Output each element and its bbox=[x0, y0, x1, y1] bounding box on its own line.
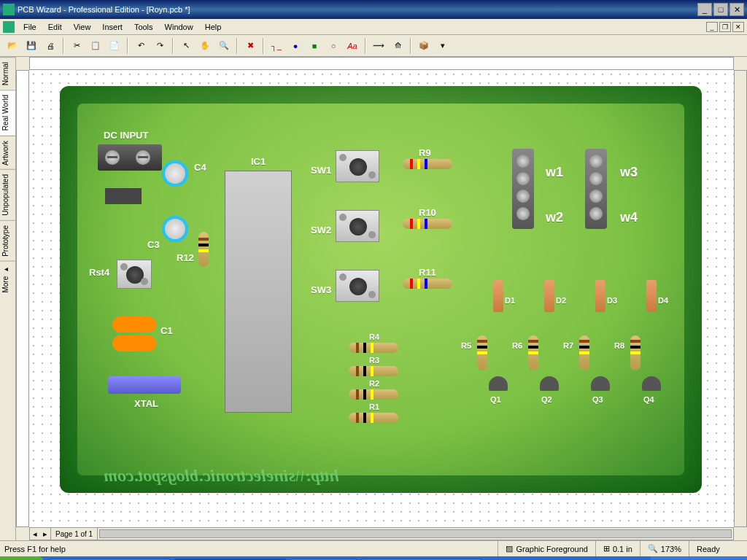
paste-button[interactable]: 📄 bbox=[107, 38, 123, 54]
diode-d2[interactable] bbox=[544, 280, 554, 312]
diode-d3[interactable] bbox=[595, 280, 605, 312]
dc-input-terminal[interactable] bbox=[98, 144, 162, 171]
resistor-r9[interactable] bbox=[403, 159, 452, 169]
close-button[interactable]: ✕ bbox=[729, 3, 744, 16]
label-d3: D3 bbox=[607, 296, 617, 305]
delete-button[interactable]: ✖ bbox=[242, 38, 258, 54]
maximize-button[interactable]: □ bbox=[713, 3, 728, 16]
menu-file[interactable]: File bbox=[18, 20, 42, 34]
terminal-block-2[interactable] bbox=[585, 149, 607, 229]
diode-d4[interactable] bbox=[646, 280, 657, 312]
capacitor-c4[interactable] bbox=[162, 160, 188, 187]
zoom-tool[interactable]: 🔍 bbox=[216, 38, 232, 54]
menu-help[interactable]: Help bbox=[199, 20, 228, 34]
tab-normal[interactable]: Normal bbox=[0, 57, 15, 90]
menu-insert[interactable]: Insert bbox=[96, 20, 128, 34]
resistor-r1[interactable] bbox=[349, 413, 398, 423]
label-r7[interactable]: R7 bbox=[563, 341, 573, 350]
minimize-button[interactable]: _ bbox=[697, 3, 712, 16]
tab-more[interactable]: More ▸ bbox=[0, 261, 15, 298]
status-bar: Press F1 for help ▨Graphic Foreground ⊞0… bbox=[0, 540, 747, 556]
label-q4: Q4 bbox=[643, 395, 654, 404]
switch-sw3[interactable] bbox=[336, 270, 379, 302]
transistor-q2[interactable] bbox=[540, 376, 559, 391]
resistor-r8[interactable] bbox=[630, 335, 640, 370]
capacitor-c3[interactable] bbox=[162, 216, 188, 242]
crystal[interactable] bbox=[108, 376, 181, 394]
switch-sw2[interactable] bbox=[336, 210, 379, 242]
label-r11: R11 bbox=[419, 267, 436, 278]
menu-window[interactable]: Window bbox=[159, 20, 199, 34]
menu-tools[interactable]: Tools bbox=[128, 20, 159, 34]
cap-c1a[interactable] bbox=[112, 316, 156, 332]
tab-unpopulated[interactable]: Unpopulated bbox=[0, 169, 15, 220]
status-grid[interactable]: ⊞0.1 in bbox=[595, 541, 640, 556]
ic1-chip[interactable] bbox=[225, 171, 292, 413]
status-ready: Ready bbox=[689, 541, 747, 556]
menu-view[interactable]: View bbox=[68, 20, 97, 34]
label-ic1: IC1 bbox=[251, 156, 266, 167]
ellipse-tool[interactable]: ○ bbox=[325, 38, 341, 54]
track-tool[interactable]: ┐_ bbox=[268, 38, 285, 54]
menu-edit[interactable]: Edit bbox=[42, 20, 68, 34]
resistor-r2[interactable] bbox=[349, 389, 398, 400]
start-button[interactable]: ⊞ Start bbox=[0, 556, 44, 560]
cut-button[interactable]: ✂ bbox=[69, 38, 85, 54]
workspace: Normal Real World Artwork Unpopulated Pr… bbox=[0, 57, 747, 540]
canvas[interactable]: DC INPUT C4 C3 R12 Rst4 bbox=[29, 70, 734, 527]
save-button[interactable]: 💾 bbox=[23, 38, 39, 54]
diode-d1[interactable] bbox=[493, 280, 503, 312]
redo-button[interactable]: ↷ bbox=[152, 38, 168, 54]
label-r6: R6 bbox=[512, 341, 522, 350]
switch-sw1[interactable] bbox=[336, 150, 379, 182]
copy-button[interactable]: 📋 bbox=[88, 38, 104, 54]
terminal-block-1[interactable] bbox=[512, 149, 534, 229]
tab-artwork[interactable]: Artwork bbox=[0, 136, 15, 170]
resistor-r3[interactable] bbox=[349, 366, 398, 376]
mdi-restore-button[interactable]: ❐ bbox=[719, 22, 731, 32]
tab-real-world[interactable]: Real World bbox=[0, 90, 15, 135]
pan-tool[interactable]: ✋ bbox=[197, 38, 213, 54]
rect-tool[interactable]: ■ bbox=[306, 38, 322, 54]
vertical-scrollbar[interactable] bbox=[734, 70, 747, 527]
transistor-q3[interactable] bbox=[591, 376, 610, 391]
horizontal-scrollbar[interactable]: ◂ ▸ Page 1 of 1 bbox=[29, 527, 734, 540]
regulator-chip[interactable] bbox=[105, 188, 142, 204]
label-r10: R10 bbox=[419, 207, 436, 218]
transistor-q4[interactable] bbox=[642, 376, 661, 391]
unroute-tool[interactable]: ⟰ bbox=[390, 38, 406, 54]
open-button[interactable]: 📂 bbox=[4, 38, 20, 54]
pcb-board[interactable]: DC INPUT C4 C3 R12 Rst4 bbox=[60, 86, 702, 493]
resistor-r5[interactable] bbox=[477, 335, 487, 370]
tab-prototype[interactable]: Prototype bbox=[0, 220, 15, 261]
status-zoom[interactable]: 🔍173% bbox=[640, 541, 689, 556]
system-tray[interactable]: Desktop « 🛡 2:50 AM bbox=[651, 556, 747, 560]
dropdown-icon[interactable]: ▾ bbox=[435, 38, 451, 54]
resistor-r10[interactable] bbox=[403, 219, 452, 229]
mdi-minimize-button[interactable]: _ bbox=[706, 22, 718, 32]
text-tool[interactable]: Aa bbox=[344, 38, 360, 54]
status-help: Press F1 for help bbox=[0, 541, 498, 556]
label-sw2: SW2 bbox=[311, 225, 331, 236]
label-r8: R8 bbox=[614, 341, 624, 350]
undo-button[interactable]: ↶ bbox=[133, 38, 149, 54]
resistor-r6[interactable] bbox=[528, 335, 538, 370]
route-tool[interactable]: ⟿ bbox=[371, 38, 387, 54]
resistor-r7[interactable] bbox=[579, 335, 589, 370]
resistor-r12[interactable] bbox=[198, 232, 209, 267]
switch-rst[interactable] bbox=[117, 260, 152, 289]
library-button[interactable]: 📦 bbox=[416, 38, 432, 54]
print-button[interactable]: 🖨 bbox=[42, 38, 58, 54]
pad-tool[interactable]: ● bbox=[287, 38, 303, 54]
canvas-area: DC INPUT C4 C3 R12 Rst4 bbox=[16, 57, 747, 540]
cap-c1b[interactable] bbox=[112, 335, 156, 351]
label-w3: w3 bbox=[620, 165, 638, 180]
resistor-r4[interactable] bbox=[349, 343, 398, 353]
transistor-q1[interactable] bbox=[489, 376, 508, 391]
mdi-close-button[interactable]: ✕ bbox=[732, 22, 744, 32]
document-icon bbox=[3, 21, 15, 33]
label-sw1: SW1 bbox=[311, 165, 331, 176]
select-tool[interactable]: ↖ bbox=[178, 38, 194, 54]
status-layer[interactable]: ▨Graphic Foreground bbox=[498, 541, 595, 556]
resistor-r11[interactable] bbox=[403, 279, 452, 289]
